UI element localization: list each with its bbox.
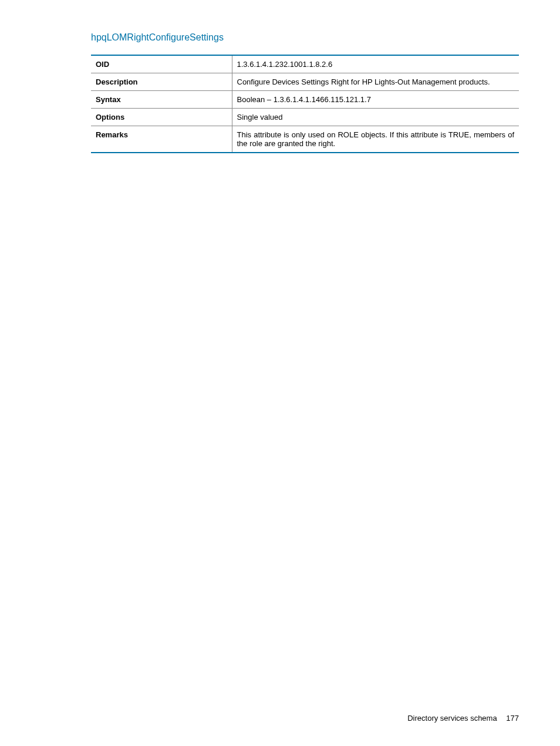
- row-value-options: Single valued: [232, 109, 519, 126]
- row-key-syntax: Syntax: [91, 91, 232, 109]
- table-row: Options Single valued: [91, 109, 519, 126]
- row-value-remarks: This attribute is only used on ROLE obje…: [232, 126, 519, 153]
- table-row: Remarks This attribute is only used on R…: [91, 126, 519, 153]
- footer-page-number: 177: [506, 714, 519, 723]
- row-value-oid: 1.3.6.1.4.1.232.1001.1.8.2.6: [232, 55, 519, 73]
- schema-table: OID 1.3.6.1.4.1.232.1001.1.8.2.6 Descrip…: [91, 55, 519, 153]
- row-value-syntax: Boolean – 1.3.6.1.4.1.1466.115.121.1.7: [232, 91, 519, 109]
- footer-text: Directory services schema: [407, 714, 497, 723]
- table-row: OID 1.3.6.1.4.1.232.1001.1.8.2.6: [91, 55, 519, 73]
- table-row: Syntax Boolean – 1.3.6.1.4.1.1466.115.12…: [91, 91, 519, 109]
- row-key-description: Description: [91, 73, 232, 91]
- table-row: Description Configure Devices Settings R…: [91, 73, 519, 91]
- section-title: hpqLOMRightConfigureSettings: [91, 32, 519, 43]
- row-value-description: Configure Devices Settings Right for HP …: [232, 73, 519, 91]
- row-key-options: Options: [91, 109, 232, 126]
- row-key-remarks: Remarks: [91, 126, 232, 153]
- page-footer: Directory services schema 177: [407, 714, 519, 723]
- row-key-oid: OID: [91, 55, 232, 73]
